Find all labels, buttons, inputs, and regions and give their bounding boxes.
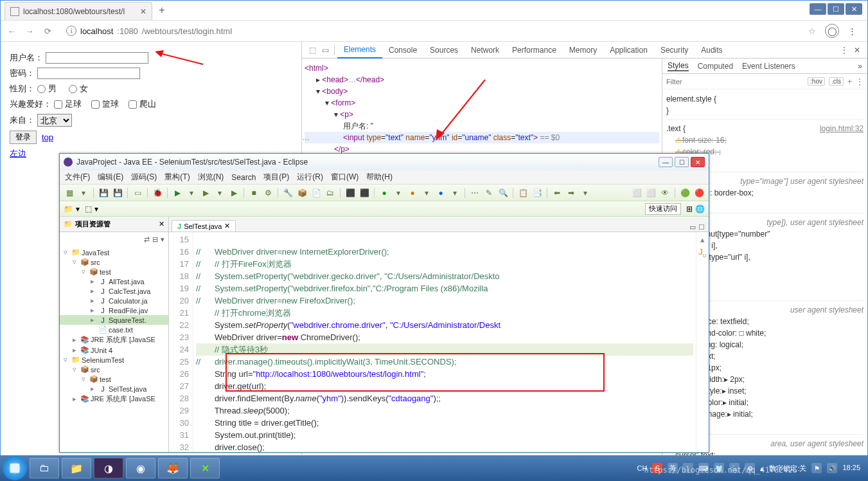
more-tabs-icon[interactable]: » — [858, 62, 862, 71]
gender-male-radio[interactable] — [37, 85, 46, 93]
tree-javatest[interactable]: ▿📁JavaTest — [60, 248, 168, 257]
devtools-tab-elements[interactable]: Elements — [337, 42, 382, 59]
package-icon[interactable]: 📁 — [64, 204, 73, 213]
device-toolbar-icon[interactable]: ▭ — [319, 46, 332, 55]
styles-menu-icon[interactable]: ⋮ — [856, 77, 864, 86]
devtools-tab-application[interactable]: Application — [603, 42, 654, 59]
devtools-tab-security[interactable]: Security — [654, 42, 695, 59]
code-editor[interactable]: // WebDriver driver=new InternetExplorer… — [193, 232, 696, 452]
close-tab-icon[interactable]: ✕ — [140, 7, 146, 16]
task-explorer-icon[interactable]: 📁 — [62, 458, 91, 478]
tree-src2[interactable]: ▿📦src — [60, 365, 168, 374]
username-input[interactable] — [46, 52, 148, 64]
tray-flag-icon[interactable]: ⚑ — [811, 463, 822, 473]
editor-tab-close-icon[interactable]: ✕ — [224, 222, 230, 230]
editor-max-icon[interactable]: ☐ — [698, 223, 705, 231]
menu-help[interactable]: 帮助(H) — [366, 172, 393, 183]
task-library-icon[interactable]: 🗀 — [30, 458, 59, 478]
quick-access-input[interactable]: 快速访问 — [645, 203, 681, 215]
devtools-close-icon[interactable]: ✕ — [851, 46, 864, 55]
collapse-all-icon[interactable]: ⊟ — [152, 235, 158, 244]
dom-selected-input[interactable]: <input type="text" name="yhm" id="uname"… — [305, 132, 659, 143]
start-button[interactable] — [3, 456, 27, 480]
close-window-button[interactable]: ✕ — [846, 3, 862, 15]
view-menu-icon[interactable]: ▾ — [161, 235, 164, 244]
menu-run[interactable]: 运行(R) — [297, 172, 323, 183]
tree-calctest[interactable]: ▸JCalcTest.java — [60, 286, 168, 296]
tree-casetxt[interactable]: 📄case.txt — [60, 325, 168, 334]
run-icon[interactable]: ▶ — [172, 187, 183, 199]
task-eclipse-icon[interactable]: ◑ — [94, 458, 123, 478]
left-link[interactable]: 左边 — [10, 148, 26, 159]
eclipse-close-button[interactable]: ✕ — [691, 157, 705, 167]
tray-clock[interactable]: 18:25 — [842, 464, 860, 472]
save-icon[interactable]: 💾 — [98, 187, 109, 199]
devtools-tab-sources[interactable]: Sources — [423, 42, 465, 59]
back-button[interactable]: ← — [6, 26, 17, 36]
menu-window[interactable]: 窗口(W) — [331, 172, 359, 183]
gender-female-radio[interactable] — [69, 85, 77, 93]
bookmark-icon[interactable]: ☆ — [808, 26, 816, 36]
devtools-tab-performance[interactable]: Performance — [506, 42, 563, 59]
from-select[interactable]: 北京 — [37, 114, 72, 127]
menu-search[interactable]: Search — [231, 173, 256, 182]
menu-refactor[interactable]: 重构(T) — [164, 172, 190, 183]
switch-editor-icon[interactable]: ▭ — [132, 187, 143, 199]
site-info-icon[interactable]: i — [66, 26, 76, 36]
eclipse-titlebar[interactable]: JavaProject - Java EE - SeleniumTest/src… — [60, 154, 709, 170]
new-rule-icon[interactable]: + — [847, 77, 852, 86]
tree-readfile[interactable]: ▸JReadFile.jav — [60, 305, 168, 315]
browser-tab[interactable]: localhost:1080/webtours/test/l ✕ — [4, 2, 152, 20]
task-chrome-icon[interactable]: ◉ — [126, 458, 155, 478]
password-input[interactable] — [37, 68, 140, 79]
tree-jre2[interactable]: ▸📚JRE 系统库 [JavaSE — [60, 394, 168, 404]
hobby-climb-check[interactable] — [128, 100, 137, 109]
chrome-menu-icon[interactable]: ⋮ — [848, 26, 857, 36]
task-firefox-icon[interactable]: 🦊 — [158, 458, 188, 478]
computed-tab[interactable]: Computed — [698, 62, 733, 71]
eclipse-minimize-button[interactable]: — — [659, 157, 673, 167]
menu-source[interactable]: 源码(S) — [131, 172, 157, 183]
save-all-icon[interactable]: 💾 — [112, 187, 123, 199]
tree-test2[interactable]: ▿📦test — [60, 374, 168, 384]
new-icon[interactable]: ▦ — [64, 187, 75, 199]
devtools-tab-network[interactable]: Network — [465, 42, 506, 59]
menu-file[interactable]: 文件(F) — [65, 172, 90, 183]
minimize-button[interactable]: — — [810, 3, 826, 15]
tree-test[interactable]: ▿📦test — [60, 267, 168, 277]
tree-alltest[interactable]: ▸JAllTest.java — [60, 277, 168, 286]
cls-toggle[interactable]: .cls — [829, 77, 844, 86]
tray-volume-icon[interactable]: 🔊 — [827, 463, 837, 473]
devtools-tab-console[interactable]: Console — [382, 42, 423, 59]
devtools-menu-icon[interactable]: ⋮ — [838, 46, 851, 55]
hobby-basketball-check[interactable] — [91, 100, 100, 109]
link-editor-icon[interactable]: ⇄ — [144, 235, 150, 244]
reload-button[interactable]: ⟳ — [42, 26, 53, 36]
new-tab-button[interactable]: + — [156, 5, 168, 16]
menu-edit[interactable]: 编辑(E) — [98, 172, 123, 183]
tree-squaretest[interactable]: ▸JSquareTest. — [60, 315, 168, 325]
forward-button[interactable]: → — [24, 26, 35, 36]
styles-tab[interactable]: Styles — [668, 61, 689, 71]
eclipse-maximize-button[interactable]: ☐ — [675, 157, 689, 167]
login-button[interactable]: 登录 — [10, 131, 37, 144]
event-listeners-tab[interactable]: Event Listeners — [742, 62, 795, 71]
login-html-link[interactable]: login.html:32 — [820, 123, 864, 134]
profile-avatar-icon[interactable]: ◯ — [825, 24, 839, 38]
debug-icon[interactable]: 🐞 — [152, 187, 163, 199]
perspective-icon[interactable]: 👁 — [659, 187, 671, 199]
tree-seleniumtest[interactable]: ▿📁SeleniumTest — [60, 355, 168, 365]
inspect-icon[interactable]: ⬚ — [306, 46, 319, 55]
styles-filter-input[interactable] — [666, 78, 804, 86]
tree-jre1[interactable]: ▸📚JRE 系统库 [JavaSE — [60, 334, 168, 345]
tree-src[interactable]: ▿📦src — [60, 257, 168, 267]
hov-toggle[interactable]: :hov — [808, 77, 825, 86]
maximize-button[interactable]: ☐ — [828, 3, 844, 15]
top-link[interactable]: top — [42, 132, 53, 142]
editor-tab-seltest[interactable]: JSelTest.java✕ — [172, 220, 236, 231]
tree-junit[interactable]: ▸📚JUnit 4 — [60, 345, 168, 355]
address-bar[interactable]: i localhost:1080/webtours/test/login.htm… — [60, 23, 802, 39]
explorer-close-icon[interactable]: ✕ — [159, 220, 164, 228]
stop-server-icon[interactable]: ■ — [248, 187, 260, 199]
task-xshell-icon[interactable]: ✕ — [190, 458, 220, 478]
